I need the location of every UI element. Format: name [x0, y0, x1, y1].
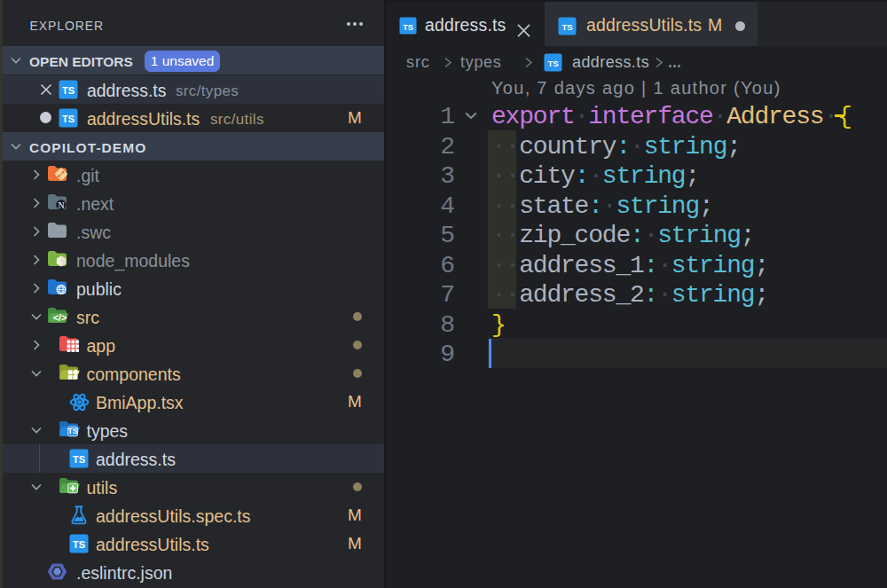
svg-text:TS: TS	[547, 59, 558, 68]
svg-text:TS: TS	[403, 23, 413, 32]
svg-text:TS: TS	[561, 22, 572, 32]
svg-text:TS: TS	[62, 85, 75, 96]
svg-text:TS: TS	[73, 454, 85, 465]
svg-text:</>: </>	[53, 312, 67, 323]
svg-text:TS: TS	[73, 539, 85, 550]
svg-text:TS: TS	[62, 114, 75, 124]
svg-text:TS: TS	[68, 427, 78, 435]
svg-text:N: N	[58, 200, 64, 210]
